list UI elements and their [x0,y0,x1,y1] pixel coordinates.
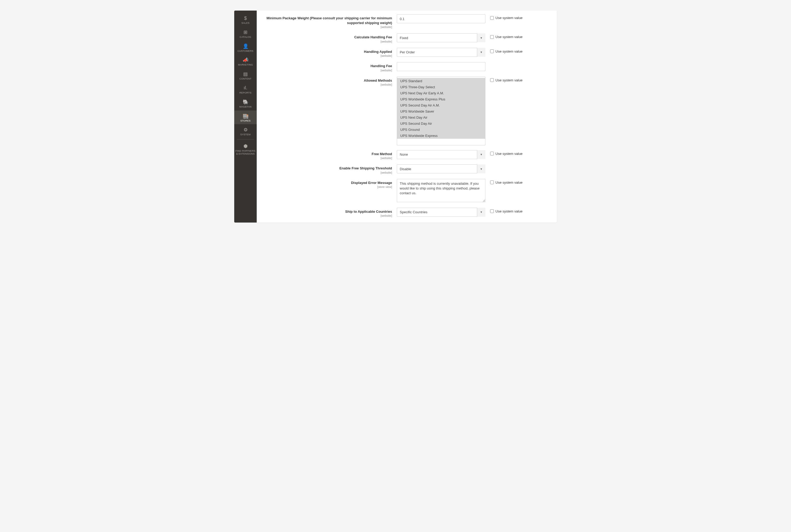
field-free-shipping-threshold: Enable Free Shipping Threshold [website]… [262,164,551,174]
field-scope: [website] [262,171,392,174]
select-wrap: None ▼ [397,150,485,159]
sidebar-item-find-partners-extensions[interactable]: ⬢FIND PARTNERS & EXTENSIONS [234,140,257,157]
sidebar-item-sales[interactable]: $SALES [234,13,257,27]
allowed-method-option[interactable]: UPS Next Day Air Early A.M. [397,90,485,96]
field-control-col: Specific Countries ▼ [397,208,485,217]
allowed-method-option[interactable]: UPS Next Day Air [397,114,485,120]
field-free-method: Free Method [website] None ▼ Use system … [262,150,551,160]
sidebar-item-label: STORES [240,119,251,122]
sidebar-item-label: CONTENT [240,77,252,80]
field-scope: [website] [262,40,392,43]
field-label-col: Minimum Package Weight (Please consult y… [262,14,397,28]
select-wrap: Fixed ▼ [397,33,485,42]
field-label-col: Handling Fee [website] [262,62,397,72]
allowed-method-option[interactable]: UPS Second Day Air [397,120,485,127]
content-icon: ▤ [243,71,248,77]
admin-sidebar: $SALES⊞CATALOG👤CUSTOMERS📣MARKETING▤CONTE… [234,11,257,223]
allowed-method-option[interactable]: UPS Worldwide Express [397,133,485,139]
sidebar-item-label: REPORTS [240,92,251,94]
field-label-col: Calculate Handling Fee [website] [262,33,397,43]
field-label: Calculate Handling Fee [354,35,392,40]
field-extra-col: Use system value [485,208,523,213]
field-min-package-weight: Minimum Package Weight (Please consult y… [262,14,551,28]
allowed-methods-multiselect[interactable]: UPS StandardUPS Three-Day SelectUPS Next… [397,77,485,145]
use-system-value-checkbox[interactable] [490,180,494,184]
field-control-col: Fixed ▼ [397,33,485,42]
sidebar-item-system[interactable]: ⚙SYSTEM [234,124,257,138]
use-system-value-checkbox[interactable] [490,50,494,53]
handling-fee-input[interactable] [397,62,485,71]
config-form: Minimum Package Weight (Please consult y… [257,11,557,223]
field-label: Ship to Applicable Countries [345,209,392,214]
allowed-method-option[interactable]: UPS Three-Day Select [397,84,485,90]
reports-icon: ıl. [244,85,247,91]
field-label: Handling Fee [370,64,392,69]
use-system-value-checkbox[interactable] [490,16,494,20]
sidebar-item-marketing[interactable]: 📣MARKETING [234,54,257,69]
field-label-col: Free Method [website] [262,150,397,160]
field-extra-col [485,164,490,166]
select-wrap: Per Order ▼ [397,48,485,57]
use-system-value-label: Use system value [495,78,523,82]
sidebar-item-magefan[interactable]: 🐘MAGEFAN [234,96,257,111]
system-icon: ⚙ [244,127,248,133]
field-label: Allowed Methods [364,78,392,83]
use-system-value-checkbox[interactable] [490,78,494,82]
field-extra-col: Use system value [485,14,523,20]
use-system-value-checkbox[interactable] [490,35,494,39]
free-method-select[interactable]: None [397,150,485,159]
sidebar-item-label: FIND PARTNERS & EXTENSIONS [235,150,256,155]
app-shell: $SALES⊞CATALOG👤CUSTOMERS📣MARKETING▤CONTE… [234,11,557,223]
field-scope: [website] [262,69,392,72]
field-label: Enable Free Shipping Threshold [339,166,392,171]
ship-to-countries-select[interactable]: Specific Countries [397,208,485,217]
use-system-value-checkbox[interactable] [490,152,494,155]
field-label-col: Allowed Methods [website] [262,77,397,87]
use-system-value-checkbox[interactable] [490,209,494,213]
sidebar-item-label: SYSTEM [240,133,251,136]
sidebar-item-stores[interactable]: 🏬STORES [234,111,257,125]
min-package-weight-input[interactable] [397,14,485,23]
stores-icon: 🏬 [243,113,248,119]
magefan-icon: 🐘 [243,99,248,105]
allowed-method-option[interactable]: UPS Worldwide Express Plus [397,96,485,102]
field-calculate-handling-fee: Calculate Handling Fee [website] Fixed ▼… [262,33,551,43]
field-extra-col [485,62,490,64]
field-handling-fee: Handling Fee [website] [262,62,551,72]
allowed-method-option[interactable]: UPS Second Day Air A.M. [397,102,485,108]
use-system-value-label: Use system value [495,152,523,156]
use-system-value-label: Use system value [495,16,523,20]
calculate-handling-fee-select[interactable]: Fixed [397,33,485,42]
field-extra-col: Use system value [485,77,523,82]
field-control-col: This shipping method is currently unavai… [397,179,485,203]
sidebar-item-label: SALES [241,22,249,24]
field-extra-col: Use system value [485,150,523,156]
field-control-col: None ▼ [397,150,485,159]
sidebar-item-content[interactable]: ▤CONTENT [234,69,257,82]
sidebar-item-label: MARKETING [238,63,253,66]
field-label: Handling Applied [364,50,392,54]
sidebar-item-reports[interactable]: ıl.REPORTS [234,82,257,96]
field-allowed-methods: Allowed Methods [website] UPS StandardUP… [262,77,551,145]
sidebar-divider [237,139,254,139]
sidebar-item-customers[interactable]: 👤CUSTOMERS [234,41,257,55]
sidebar-item-label: MAGEFAN [239,106,251,108]
allowed-method-option[interactable]: UPS Standard [397,78,485,84]
sidebar-item-label: CUSTOMERS [238,50,253,53]
field-ship-to-countries: Ship to Applicable Countries [website] S… [262,208,551,217]
field-scope: [website] [262,83,392,86]
allowed-method-option[interactable]: UPS Ground [397,127,485,133]
error-message-textarea[interactable]: This shipping method is currently unavai… [397,179,485,202]
handling-applied-select[interactable]: Per Order [397,48,485,57]
marketing-icon: 📣 [243,57,248,63]
use-system-value-label: Use system value [495,35,523,39]
sidebar-item-label: CATALOG [240,36,251,39]
field-extra-col: Use system value [485,179,523,185]
free-shipping-threshold-select[interactable]: Disable [397,164,485,173]
field-label-col: Ship to Applicable Countries [website] [262,208,397,217]
field-scope: [website] [262,156,392,159]
field-control-col: Disable ▼ [397,164,485,173]
field-control-col: Per Order ▼ [397,48,485,57]
allowed-method-option[interactable]: UPS Worldwide Saver [397,108,485,114]
sidebar-item-catalog[interactable]: ⊞CATALOG [234,27,257,41]
